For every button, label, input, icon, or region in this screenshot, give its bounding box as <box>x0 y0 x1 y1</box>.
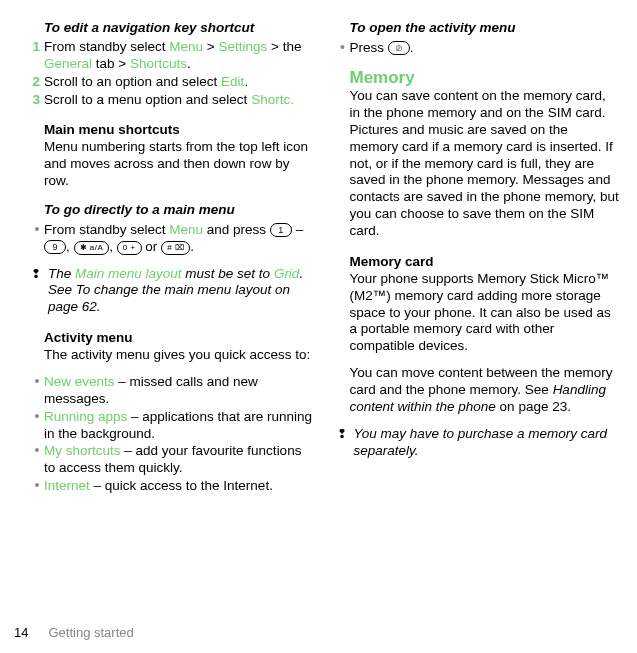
key-star: ✱ a/A <box>74 241 110 255</box>
footer: 14Getting started <box>14 625 134 641</box>
menu-link: Menu <box>169 222 203 237</box>
note-body: You may have to purchase a memory card s… <box>354 426 620 460</box>
step-body: From standby select Menu > Settings > th… <box>44 39 314 73</box>
text: Scroll to a menu option and select <box>44 92 251 107</box>
text: . <box>187 56 191 71</box>
note-icon: ❢ <box>336 426 348 460</box>
edit-link: Edit <box>221 74 244 89</box>
step-1: 1 From standby select Menu > Settings > … <box>44 39 314 73</box>
bullet-body: Press ⎚. <box>350 40 620 57</box>
menu-link: Menu <box>169 39 203 54</box>
text: > the <box>267 39 301 54</box>
activity-menu-text: The activity menu gives you quick access… <box>44 347 314 364</box>
list-item: • Press ⎚. <box>350 40 620 57</box>
list-item: • My shortcuts – add your favourite func… <box>44 443 314 477</box>
key-9: 9 <box>44 240 66 254</box>
step-number: 2 <box>30 74 44 91</box>
step-2: 2 Scroll to an option and select Edit. <box>44 74 314 91</box>
bullet-icon: • <box>30 409 44 443</box>
text: and press <box>203 222 270 237</box>
activity-key: ⎚ <box>388 41 410 55</box>
text: or <box>142 239 162 254</box>
text: , <box>66 239 74 254</box>
text: on page 23. <box>496 399 571 414</box>
bullet-body: From standby select Menu and press 1 – 9… <box>44 222 314 256</box>
bullet-icon: • <box>30 478 44 495</box>
nav-edit-title: To edit a navigation key shortcut <box>44 20 314 37</box>
text: . <box>190 239 194 254</box>
nav-edit-steps: 1 From standby select Menu > Settings > … <box>44 39 314 109</box>
text: Press <box>350 40 388 55</box>
main-menu-shortcuts-title: Main menu shortcuts <box>44 122 314 139</box>
key-hash: # ⌧ <box>161 241 190 255</box>
activity-menu-title: Activity menu <box>44 330 314 347</box>
key-zero: 0 + <box>117 241 142 255</box>
go-directly-list: • From standby select Menu and press 1 –… <box>44 222 314 256</box>
shortc-link: Shortc. <box>251 92 294 107</box>
text: , <box>109 239 117 254</box>
bullet-icon: • <box>30 443 44 477</box>
text: – quick access to the Internet. <box>90 478 273 493</box>
bullet-body: My shortcuts – add your favourite functi… <box>44 443 314 477</box>
step-body: Scroll to an option and select Edit. <box>44 74 314 91</box>
list-item: • New events – missed calls and new mess… <box>44 374 314 408</box>
note-purchase: ❢ You may have to purchase a memory card… <box>336 426 620 460</box>
open-activity-list: • Press ⎚. <box>350 40 620 57</box>
list-item: • From standby select Menu and press 1 –… <box>44 222 314 256</box>
text: tab > <box>92 56 130 71</box>
bullet-body: New events – missed calls and new messag… <box>44 374 314 408</box>
text: From standby select <box>44 222 169 237</box>
page-number: 14 <box>14 625 28 640</box>
memory-text: You can save content on the memory card,… <box>350 88 620 240</box>
new-events-link: New events <box>44 374 115 389</box>
internet-link: Internet <box>44 478 90 493</box>
bullet-icon: • <box>336 40 350 57</box>
step-3: 3 Scroll to a menu option and select Sho… <box>44 92 314 109</box>
activity-menu-items: • New events – missed calls and new mess… <box>44 374 314 495</box>
text: > <box>203 39 218 54</box>
text: Scroll to an option and select <box>44 74 221 89</box>
note-grid: ❢ The Main menu layout must be set to Gr… <box>30 266 314 317</box>
text: The <box>48 266 75 281</box>
main-menu-shortcuts-text: Menu numbering starts from the top left … <box>44 139 314 190</box>
memory-heading: Memory <box>350 67 620 88</box>
step-number: 3 <box>30 92 44 109</box>
text: must be set to <box>182 266 274 281</box>
go-directly-title: To go directly to a main menu <box>44 202 314 219</box>
grid-link: Grid <box>274 266 300 281</box>
note-icon: ❢ <box>30 266 42 317</box>
bullet-icon: • <box>30 374 44 408</box>
key-1: 1 <box>270 223 292 237</box>
settings-link: Settings <box>218 39 267 54</box>
bullet-body: Running apps – applications that are run… <box>44 409 314 443</box>
memory-card-text: Your phone supports Memory Stick Micro™ … <box>350 271 620 355</box>
step-number: 1 <box>30 39 44 73</box>
memory-card-text-2: You can move content between the memory … <box>350 365 620 416</box>
open-activity-title: To open the activity menu <box>350 20 620 37</box>
list-item: • Running apps – applications that are r… <box>44 409 314 443</box>
running-apps-link: Running apps <box>44 409 127 424</box>
shortcuts-link: Shortcuts <box>130 56 187 71</box>
text: . <box>410 40 414 55</box>
my-shortcuts-link: My shortcuts <box>44 443 121 458</box>
text: . <box>244 74 248 89</box>
bullet-body: Internet – quick access to the Internet. <box>44 478 314 495</box>
main-menu-layout-link: Main menu layout <box>75 266 182 281</box>
text: – <box>292 222 303 237</box>
list-item: • Internet – quick access to the Interne… <box>44 478 314 495</box>
note-body: The Main menu layout must be set to Grid… <box>48 266 314 317</box>
general-link: General <box>44 56 92 71</box>
step-body: Scroll to a menu option and select Short… <box>44 92 314 109</box>
breadcrumb: Getting started <box>48 625 133 640</box>
text: From standby select <box>44 39 169 54</box>
memory-card-title: Memory card <box>350 254 620 271</box>
bullet-icon: • <box>30 222 44 256</box>
